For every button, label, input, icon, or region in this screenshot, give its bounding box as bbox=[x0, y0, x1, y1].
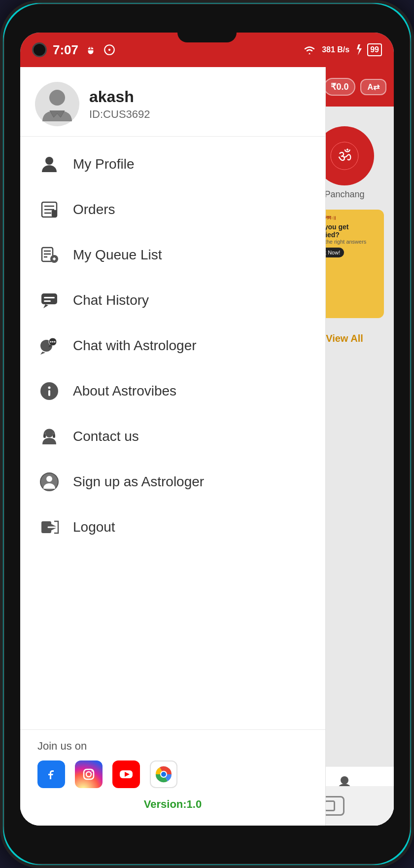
charging-icon bbox=[354, 43, 362, 56]
svg-point-43 bbox=[92, 770, 93, 772]
menu-item-contact-us[interactable]: Contact us bbox=[20, 414, 325, 459]
info-icon bbox=[37, 379, 61, 403]
svg-text:ॐ: ॐ bbox=[338, 146, 351, 164]
menu-item-my-queue-list[interactable]: My Queue List bbox=[20, 232, 325, 278]
signup-label: Sign up as Astrologer bbox=[73, 474, 204, 490]
svg-rect-20 bbox=[41, 293, 57, 304]
view-all-1[interactable]: View All bbox=[326, 333, 363, 344]
youtube-icon[interactable] bbox=[112, 760, 140, 788]
wifi-icon bbox=[302, 44, 317, 56]
svg-point-1 bbox=[108, 49, 110, 51]
logout-icon bbox=[37, 515, 61, 539]
recents-square bbox=[324, 800, 335, 811]
person-icon bbox=[37, 152, 61, 176]
my-queue-list-label: My Queue List bbox=[73, 247, 162, 263]
menu-item-chat-history[interactable]: Chat History bbox=[20, 278, 325, 323]
drawer-header: akash ID:CUS3692 bbox=[20, 67, 325, 137]
orders-label: Orders bbox=[73, 202, 115, 217]
status-right: 381 B/s 99 bbox=[302, 43, 382, 56]
drawer: akash ID:CUS3692 My Prof bbox=[20, 67, 326, 826]
battery-percent: 99 bbox=[367, 43, 382, 56]
status-left: 7:07 bbox=[32, 42, 116, 58]
chat-history-label: Chat History bbox=[73, 292, 149, 308]
svg-point-7 bbox=[45, 157, 53, 165]
svg-point-27 bbox=[54, 341, 56, 343]
avatar-image bbox=[35, 82, 79, 126]
my-profile-label: My Profile bbox=[73, 156, 134, 172]
menu-item-signup-astrologer[interactable]: Sign up as Astrologer bbox=[20, 459, 325, 505]
avatar bbox=[35, 82, 79, 126]
camera-icon bbox=[32, 42, 47, 57]
contact-icon bbox=[37, 425, 61, 448]
drawer-footer: Join us on bbox=[20, 729, 325, 826]
logout-label: Logout bbox=[73, 519, 115, 535]
signal-icon bbox=[103, 43, 116, 56]
join-us-label: Join us on bbox=[37, 740, 308, 753]
user-info: akash ID:CUS3692 bbox=[89, 88, 150, 121]
svg-point-25 bbox=[50, 341, 52, 343]
user-id: ID:CUS3692 bbox=[89, 108, 150, 121]
menu-item-orders[interactable]: Orders bbox=[20, 187, 325, 232]
queue-icon bbox=[37, 243, 61, 267]
chat-history-icon bbox=[37, 289, 61, 312]
svg-rect-30 bbox=[48, 390, 50, 396]
main-content: ₹0.0 A⇄ ॐ Panchang bbox=[20, 67, 394, 826]
contact-label: Contact us bbox=[73, 429, 139, 444]
svg-point-26 bbox=[52, 341, 54, 343]
svg-rect-12 bbox=[52, 211, 56, 216]
menu-item-logout[interactable]: Logout bbox=[20, 505, 325, 550]
svg-point-48 bbox=[161, 772, 166, 777]
menu-item-about-astrovibes[interactable]: About Astrovibes bbox=[20, 368, 325, 414]
panchang-label: Panchang bbox=[324, 189, 364, 200]
astrologer-chat-icon bbox=[37, 334, 61, 358]
svg-point-6 bbox=[49, 90, 65, 106]
svg-rect-21 bbox=[44, 297, 55, 298]
facebook-icon[interactable] bbox=[37, 760, 65, 788]
svg-rect-22 bbox=[44, 300, 51, 302]
chat-astrologer-label: Chat with Astrologer bbox=[73, 338, 197, 354]
svg-point-42 bbox=[86, 772, 91, 777]
orders-icon bbox=[37, 198, 61, 221]
svg-point-38 bbox=[46, 476, 52, 482]
phone-frame: 7:07 381 B/s bbox=[0, 0, 414, 868]
balance-badge: ₹0.0 bbox=[324, 78, 355, 96]
svg-rect-33 bbox=[53, 434, 55, 438]
svg-point-4 bbox=[341, 776, 348, 784]
battery-container: 99 bbox=[367, 43, 382, 56]
user-name: akash bbox=[89, 88, 150, 106]
version-text: Version:1.0 bbox=[37, 798, 308, 811]
instagram-icon[interactable] bbox=[75, 760, 103, 788]
om-icon: ॐ bbox=[330, 141, 359, 171]
chrome-icon[interactable] bbox=[150, 760, 177, 788]
status-time: 7:07 bbox=[53, 42, 78, 58]
menu-item-my-profile[interactable]: My Profile bbox=[20, 142, 325, 187]
astrologer-signup-icon bbox=[37, 470, 61, 494]
usb-icon bbox=[84, 43, 97, 56]
battery-info: 381 B/s bbox=[322, 45, 349, 54]
about-label: About Astrovibes bbox=[73, 383, 176, 399]
translate-btn[interactable]: A⇄ bbox=[360, 79, 386, 95]
svg-point-29 bbox=[48, 387, 51, 389]
phone-screen: 7:07 381 B/s bbox=[20, 33, 394, 826]
menu-item-chat-with-astrologer[interactable]: Chat with Astrologer bbox=[20, 323, 325, 368]
svg-rect-32 bbox=[43, 434, 46, 438]
social-icons bbox=[37, 760, 308, 788]
menu-list: My Profile Or bbox=[20, 137, 325, 729]
notch bbox=[177, 33, 237, 42]
